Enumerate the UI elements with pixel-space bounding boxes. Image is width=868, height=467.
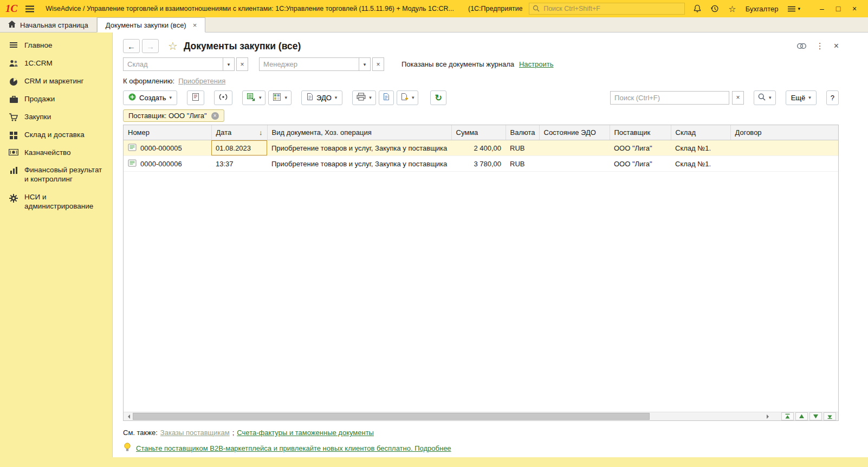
scrollbar-thumb[interactable] xyxy=(133,413,650,420)
column-edo-state[interactable]: Состояние ЭДО xyxy=(539,125,610,140)
invoices-customs-link[interactable]: Счета-фактуры и таможенные документы xyxy=(237,429,374,437)
supplier-orders-link[interactable]: Заказы поставщикам xyxy=(160,429,230,437)
sidebar-item-nsi-admin[interactable]: НСИ и администрирование xyxy=(0,189,112,216)
sidebar-item-treasury[interactable]: Казначейство xyxy=(0,144,112,162)
manager-filter-input[interactable] xyxy=(259,57,359,71)
boxes-icon xyxy=(9,131,18,140)
get-link-icon[interactable] xyxy=(797,42,806,50)
sidebar-item-financial-result[interactable]: Финансовый результат и контроллинг xyxy=(0,161,112,189)
list-search-input[interactable] xyxy=(610,91,729,105)
cell-supplier[interactable]: ООО "Лига" xyxy=(610,156,671,172)
manager-clear-button[interactable]: × xyxy=(372,57,384,71)
scrollbar-track[interactable] xyxy=(133,412,763,421)
clear-search-button[interactable]: × xyxy=(732,91,744,105)
window-titlebar: 1С WiseAdvice / Управление торговлей и в… xyxy=(0,0,868,17)
create-based-on-button[interactable]: ▾ xyxy=(397,90,419,105)
cell-sum[interactable]: 2 400,00 xyxy=(451,140,506,156)
history-icon[interactable] xyxy=(710,4,719,13)
sidebar-item-1c-crm[interactable]: 1С:CRM xyxy=(0,55,112,73)
table-header-row: Номер Дата↓ Вид документа, Хоз. операция… xyxy=(124,125,838,140)
create-button[interactable]: Создать ▾ xyxy=(123,90,177,105)
column-currency[interactable]: Валюта xyxy=(506,125,539,140)
go-to-bottom-button[interactable] xyxy=(824,412,836,420)
help-button[interactable]: ? xyxy=(826,90,839,105)
window-close-button[interactable]: × xyxy=(846,2,863,16)
warehouse-clear-button[interactable]: × xyxy=(236,57,248,71)
warehouse-filter-input[interactable] xyxy=(123,57,223,71)
maximize-button[interactable]: □ xyxy=(830,2,846,16)
tab-purchase-documents[interactable]: Документы закупки (все) × xyxy=(97,17,206,33)
cell-number[interactable]: 0000-000005 xyxy=(124,140,211,156)
sidebar-item-warehouse[interactable]: Склад и доставка xyxy=(0,126,112,144)
forward-button[interactable]: → xyxy=(142,39,159,53)
attached-files-button[interactable] xyxy=(379,90,394,105)
load-data-button[interactable]: ▾ xyxy=(242,90,266,105)
cell-currency[interactable]: RUB xyxy=(506,156,539,172)
print-button[interactable]: ▾ xyxy=(352,90,376,105)
configure-link[interactable]: Настроить xyxy=(519,60,554,68)
more-button[interactable]: Ещё ▾ xyxy=(786,90,817,105)
edo-button[interactable]: ЭДО ▾ xyxy=(301,90,342,105)
manager-dropdown-icon[interactable]: ▾ xyxy=(359,57,371,71)
back-button[interactable]: ← xyxy=(123,39,140,53)
page-up-button[interactable] xyxy=(795,412,808,420)
sidebar-item-main[interactable]: Главное xyxy=(0,37,112,55)
journal-button[interactable] xyxy=(187,90,204,105)
go-to-top-button[interactable] xyxy=(781,412,794,420)
cell-edo-state[interactable] xyxy=(539,156,610,172)
remove-filter-icon[interactable]: × xyxy=(211,112,219,120)
cell-warehouse[interactable]: Склад №1. xyxy=(671,156,730,172)
favorites-star-icon[interactable]: ☆ xyxy=(728,4,736,14)
cell-date-active[interactable]: 01.08.2023 xyxy=(211,140,267,156)
cell-edo-state[interactable] xyxy=(539,140,610,156)
sidebar-item-purchases[interactable]: Закупки xyxy=(0,108,112,126)
column-number[interactable]: Номер xyxy=(124,125,211,140)
report-button[interactable]: ▾ xyxy=(268,90,292,105)
tab-label: Документы закупки (все) xyxy=(106,21,186,29)
report-icon xyxy=(273,93,281,103)
column-contract[interactable]: Договор xyxy=(730,125,838,140)
cell-number[interactable]: 0000-000006 xyxy=(124,156,211,172)
cell-doc-type[interactable]: Приобретение товаров и услуг, Закупка у … xyxy=(267,156,451,172)
column-supplier[interactable]: Поставщик xyxy=(610,125,671,140)
cell-doc-type[interactable]: Приобретение товаров и услуг, Закупка у … xyxy=(267,140,451,156)
main-menu-icon[interactable] xyxy=(25,5,35,12)
more-actions-icon[interactable]: ⋮ xyxy=(816,41,824,51)
refresh-button[interactable]: ↻ xyxy=(430,90,446,105)
cell-sum[interactable]: 3 780,00 xyxy=(451,156,506,172)
scroll-left-button[interactable] xyxy=(124,412,133,421)
column-date[interactable]: Дата↓ xyxy=(211,125,267,140)
global-search-input[interactable] xyxy=(529,3,685,15)
minimize-button[interactable]: – xyxy=(814,2,830,16)
window-controls: – □ × xyxy=(814,2,863,16)
rfid-button[interactable] xyxy=(214,90,232,105)
cell-contract[interactable] xyxy=(730,156,838,172)
b2b-marketplace-link[interactable]: Станьте поставщиком В2В-маркетплейса и п… xyxy=(136,444,451,452)
cart-icon xyxy=(9,113,18,121)
page-down-button[interactable] xyxy=(809,412,822,420)
sidebar-item-crm-marketing[interactable]: CRM и маркетинг xyxy=(0,73,112,90)
sidebar-item-sales[interactable]: Продажи xyxy=(0,90,112,108)
cell-contract[interactable] xyxy=(730,140,838,156)
supplier-filter-chip[interactable]: Поставщик: ООО "Лига" × xyxy=(123,109,224,122)
acquisitions-link[interactable]: Приобретения xyxy=(178,77,225,85)
tab-close-icon[interactable]: × xyxy=(193,21,197,29)
table-row[interactable]: 0000-000006 13:37 Приобретение товаров и… xyxy=(124,156,838,172)
warehouse-dropdown-icon[interactable]: ▾ xyxy=(223,57,235,71)
cell-warehouse[interactable]: Склад №1. xyxy=(671,140,730,156)
service-menu-icon[interactable]: ▾ xyxy=(787,6,800,12)
form-close-icon[interactable]: × xyxy=(834,41,839,51)
column-warehouse[interactable]: Склад xyxy=(671,125,730,140)
scroll-right-button[interactable] xyxy=(763,412,773,421)
notifications-bell-icon[interactable] xyxy=(694,4,701,13)
cell-currency[interactable]: RUB xyxy=(506,140,539,156)
table-row[interactable]: 0000-000005 01.08.2023 Приобретение това… xyxy=(124,140,838,156)
cell-date[interactable]: 13:37 xyxy=(211,156,267,172)
current-user[interactable]: Бухгалтер xyxy=(746,5,779,13)
cell-supplier[interactable]: ООО "Лига" xyxy=(610,140,671,156)
favorite-star-icon[interactable]: ☆ xyxy=(168,40,178,53)
tab-home[interactable]: Начальная страница xyxy=(0,17,97,33)
find-button[interactable]: ▾ xyxy=(754,90,776,105)
column-sum[interactable]: Сумма xyxy=(451,125,506,140)
column-doc-type[interactable]: Вид документа, Хоз. операция xyxy=(267,125,451,140)
